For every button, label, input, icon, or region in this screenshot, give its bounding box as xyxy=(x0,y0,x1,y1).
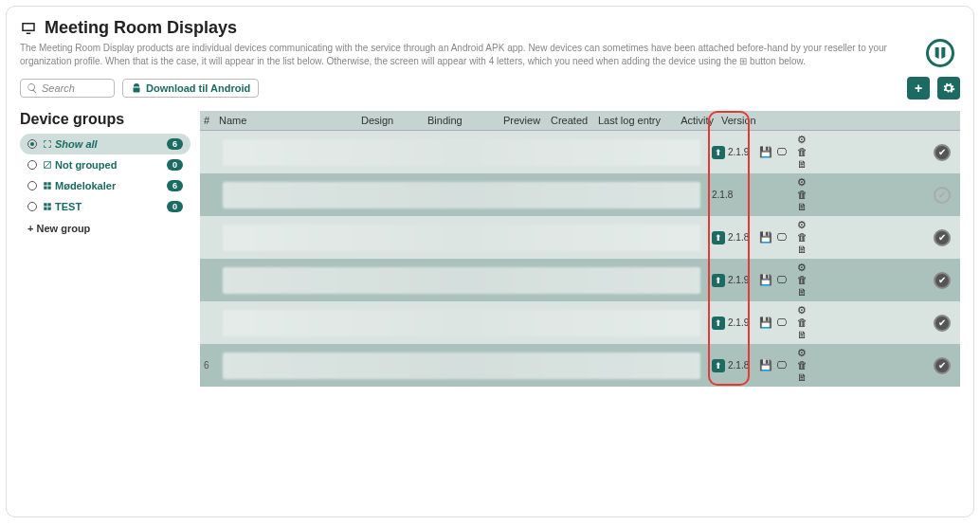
update-icon: ⬆ xyxy=(712,146,725,159)
status-circle[interactable]: ✔ xyxy=(934,357,951,374)
table-row[interactable]: ⬆ 2.1.9💾🖵⚙🗑🗎✔ xyxy=(200,259,960,301)
trash-icon[interactable]: 🗑 xyxy=(797,360,808,371)
android-icon xyxy=(131,82,142,94)
save-icon[interactable]: 💾 xyxy=(759,359,772,371)
gear-icon[interactable]: ⚙ xyxy=(797,305,808,316)
gear-icon[interactable]: ⚙ xyxy=(797,177,808,188)
status-circle[interactable]: ✔ xyxy=(934,229,951,246)
gear-icon[interactable]: ⚙ xyxy=(797,262,808,273)
row-content-blurred xyxy=(223,310,700,336)
version-chip: ⬆ 2.1.8 xyxy=(712,231,749,244)
sidebar-title: Device groups xyxy=(20,111,191,128)
table-header: # Name Design Binding Preview Created La… xyxy=(200,111,960,131)
search-input[interactable]: Search xyxy=(20,79,115,98)
group-count: 6 xyxy=(167,180,183,191)
search-placeholder: Search xyxy=(42,82,75,94)
group-count: 6 xyxy=(167,138,183,150)
col-last-log: Last log entry xyxy=(594,111,670,130)
radio-icon xyxy=(27,181,37,190)
doc-icon[interactable]: 🗎 xyxy=(797,202,808,212)
table-row[interactable]: ⬆ 2.1.9💾🖵⚙🗑🗎✔ xyxy=(200,301,960,344)
version-chip: 2.1.8 xyxy=(712,190,733,200)
col-num: # xyxy=(200,111,215,130)
doc-icon[interactable]: 🗎 xyxy=(797,330,808,340)
monitor-icon[interactable]: 🖵 xyxy=(776,146,787,158)
radio-icon xyxy=(27,139,37,149)
col-activity: Activity xyxy=(670,111,717,130)
doc-icon[interactable]: 🗎 xyxy=(797,159,808,170)
radio-icon xyxy=(27,160,37,170)
version-chip: ⬆ 2.1.9 xyxy=(712,317,749,330)
table-row[interactable]: ⬆ 2.1.8💾🖵⚙🗑🗎✔ xyxy=(200,216,960,259)
monitor-icon[interactable]: 🖵 xyxy=(776,274,787,286)
doc-icon[interactable]: 🗎 xyxy=(797,372,808,383)
update-icon: ⬆ xyxy=(712,231,725,244)
gear-icon[interactable]: ⚙ xyxy=(797,135,808,145)
status-circle[interactable]: ✔ xyxy=(934,315,951,332)
group-item-3[interactable]: TEST0 xyxy=(20,196,191,217)
row-content-blurred xyxy=(223,267,700,294)
page-description: The Meeting Room Display products are in… xyxy=(20,42,920,67)
update-icon: ⬆ xyxy=(712,317,725,330)
save-icon[interactable]: 💾 xyxy=(759,317,772,329)
download-android-button[interactable]: Download til Android xyxy=(122,79,259,98)
row-content-blurred xyxy=(223,225,700,251)
row-content-blurred xyxy=(223,353,700,379)
col-binding: Binding xyxy=(424,111,499,130)
gear-icon xyxy=(942,81,955,95)
update-icon: ⬆ xyxy=(712,359,725,372)
table-row[interactable]: 6⬆ 2.1.8💾🖵⚙🗑🗎✔ xyxy=(200,344,960,387)
trash-icon[interactable]: 🗑 xyxy=(797,275,808,285)
status-circle[interactable]: ✔ xyxy=(934,144,951,161)
gear-icon[interactable]: ⚙ xyxy=(797,348,808,358)
group-item-2[interactable]: Mødelokaler6 xyxy=(20,175,191,196)
add-device-button[interactable]: + xyxy=(907,77,930,100)
doc-icon[interactable]: 🗎 xyxy=(797,287,808,298)
trash-icon[interactable]: 🗑 xyxy=(797,232,808,243)
group-label: TEST xyxy=(43,201,161,212)
col-preview: Preview xyxy=(499,111,547,130)
save-icon[interactable]: 💾 xyxy=(759,146,772,158)
monitor-icon[interactable]: 🖵 xyxy=(776,359,787,371)
save-icon[interactable]: 💾 xyxy=(759,231,772,244)
monitor-icon[interactable]: 🖵 xyxy=(776,317,787,329)
trash-icon[interactable]: 🗑 xyxy=(797,317,808,328)
page-title: Meeting Room Displays xyxy=(45,18,237,38)
table-row[interactable]: ⬆ 2.1.9💾🖵⚙🗑🗎✔ xyxy=(200,131,960,173)
row-content-blurred xyxy=(223,139,700,166)
version-chip: ⬆ 2.1.9 xyxy=(712,146,749,159)
monitor-icon[interactable]: 🖵 xyxy=(776,231,787,244)
trash-icon[interactable]: 🗑 xyxy=(797,190,808,200)
version-chip: ⬆ 2.1.8 xyxy=(712,359,749,372)
version-chip: ⬆ 2.1.9 xyxy=(712,274,749,287)
search-icon xyxy=(27,82,38,94)
group-count: 0 xyxy=(167,201,183,212)
col-name: Name xyxy=(215,111,357,130)
settings-button[interactable] xyxy=(937,77,960,100)
col-version: Version xyxy=(717,111,765,130)
update-icon: ⬆ xyxy=(712,274,725,287)
new-group-button[interactable]: + New group xyxy=(20,217,191,240)
gear-icon[interactable]: ⚙ xyxy=(797,220,808,230)
trash-icon[interactable]: 🗑 xyxy=(797,147,808,157)
save-icon[interactable]: 💾 xyxy=(759,274,772,286)
col-created: Created xyxy=(547,111,594,130)
group-item-0[interactable]: Show all6 xyxy=(20,134,191,154)
group-count: 0 xyxy=(167,159,183,171)
group-label: Show all xyxy=(43,138,161,150)
group-label: Mødelokaler xyxy=(43,180,161,191)
radio-icon xyxy=(27,202,37,211)
display-icon xyxy=(20,20,37,37)
row-content-blurred xyxy=(223,182,700,208)
col-design: Design xyxy=(357,111,424,130)
group-label: Not grouped xyxy=(43,159,161,171)
help-button[interactable] xyxy=(926,39,954,67)
status-circle[interactable]: ✔ xyxy=(934,272,951,289)
status-circle[interactable]: ✔ xyxy=(934,187,951,204)
table-row[interactable]: 2.1.8⚙🗑🗎✔ xyxy=(200,173,960,216)
doc-icon[interactable]: 🗎 xyxy=(797,244,808,255)
group-item-1[interactable]: Not grouped0 xyxy=(20,154,191,175)
